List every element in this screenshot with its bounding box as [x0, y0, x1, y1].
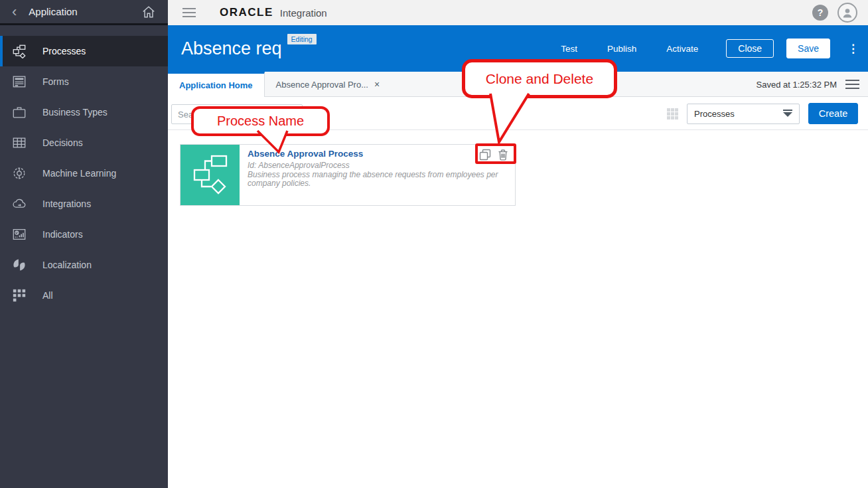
sidebar-item-label: Forms	[42, 76, 69, 87]
tab-absence-approval-process[interactable]: Absence Approval Pro... ×	[265, 72, 392, 97]
sidebar-item-label: Integrations	[42, 199, 91, 209]
tab-label: Application Home	[179, 80, 253, 90]
annotation-highlight-box	[475, 143, 516, 164]
briefcase-icon	[12, 105, 27, 120]
sidebar-title: Application	[29, 6, 141, 17]
annotation-label: Clone and Delete	[486, 71, 593, 87]
list-menu-icon[interactable]	[845, 80, 859, 89]
process-title-link[interactable]: Absence Approval Process	[248, 149, 507, 159]
user-avatar[interactable]	[837, 3, 857, 23]
process-tile-icon	[181, 145, 240, 205]
chart-icon	[12, 227, 27, 242]
sidebar-nav: Processes Forms	[0, 36, 168, 311]
tab-close-icon[interactable]: ×	[374, 79, 380, 90]
sidebar-item-label: All	[42, 290, 53, 301]
asset-type-dropdown[interactable]: Processes	[687, 104, 800, 124]
oracle-integration-app: ‹ Application	[0, 0, 868, 488]
sidebar-item-label: Business Types	[42, 107, 108, 118]
back-chevron-icon[interactable]: ‹	[12, 5, 17, 19]
activate-button[interactable]: Activate	[666, 44, 698, 54]
annotation-process-name-callout: Process Name	[191, 106, 330, 136]
process-id: Id: AbsenceApprovalProcess	[248, 161, 507, 170]
sidebar-item-label: Indicators	[42, 229, 83, 240]
process-card[interactable]: Absence Approval Process Id: AbsenceAppr…	[180, 144, 516, 206]
sidebar-header: ‹ Application	[0, 0, 168, 25]
sidebar-item-decisions[interactable]: Decisions	[0, 127, 168, 158]
annotation-label: Process Name	[217, 114, 304, 129]
close-button[interactable]: Close	[726, 39, 774, 58]
dropdown-value: Processes	[694, 109, 783, 119]
global-header: ORACLE Integration ?	[168, 0, 868, 25]
sidebar-item-integrations[interactable]: Integrations	[0, 189, 168, 219]
sidebar-item-business-types[interactable]: Business Types	[0, 97, 168, 127]
sidebar-item-label: Machine Learning	[42, 168, 116, 179]
overflow-menu-icon[interactable]: ⋮	[847, 42, 859, 56]
oracle-logo: ORACLE	[220, 6, 273, 19]
grid-view-icon[interactable]	[667, 108, 678, 120]
tab-label: Absence Approval Pro...	[276, 80, 368, 90]
sidebar-item-label: Processes	[42, 46, 86, 56]
globe-icon	[12, 258, 27, 272]
help-icon[interactable]: ?	[812, 5, 828, 21]
tab-application-home[interactable]: Application Home	[168, 72, 265, 97]
sidebar-item-machine-learning[interactable]: Machine Learning	[0, 158, 168, 189]
brain-icon	[12, 166, 27, 181]
sidebar-item-indicators[interactable]: Indicators	[0, 219, 168, 250]
form-icon	[12, 74, 27, 89]
page-title: Absence req	[181, 39, 282, 59]
table-icon	[12, 135, 27, 150]
annotation-clone-delete-callout: Clone and Delete	[462, 59, 617, 98]
process-description: Business process managing the absence re…	[248, 171, 507, 187]
test-button[interactable]: Test	[561, 44, 577, 54]
sidebar-item-forms[interactable]: Forms	[0, 66, 168, 97]
home-icon[interactable]	[141, 5, 156, 19]
sidebar-item-label: Localization	[42, 260, 92, 270]
create-button[interactable]: Create	[808, 103, 858, 124]
dropdown-arrow-icon	[783, 110, 792, 118]
flowchart-icon	[12, 44, 27, 58]
editing-badge: Editing	[287, 34, 317, 44]
process-list: Absence Approval Process Id: AbsenceAppr…	[168, 131, 868, 488]
sidebar-item-all[interactable]: All	[0, 280, 168, 311]
publish-button[interactable]: Publish	[607, 44, 636, 54]
grid-icon	[12, 288, 27, 303]
sidebar-item-processes[interactable]: Processes	[0, 36, 168, 66]
sidebar: ‹ Application	[0, 0, 168, 488]
saved-status: Saved at 1:25:32 PM	[757, 80, 837, 90]
cloud-icon	[12, 197, 27, 211]
save-button[interactable]: Save	[786, 39, 830, 58]
sidebar-item-label: Decisions	[42, 137, 83, 148]
sidebar-item-localization[interactable]: Localization	[0, 250, 168, 280]
product-name: Integration	[280, 7, 327, 19]
hamburger-menu-icon[interactable]	[182, 8, 196, 17]
